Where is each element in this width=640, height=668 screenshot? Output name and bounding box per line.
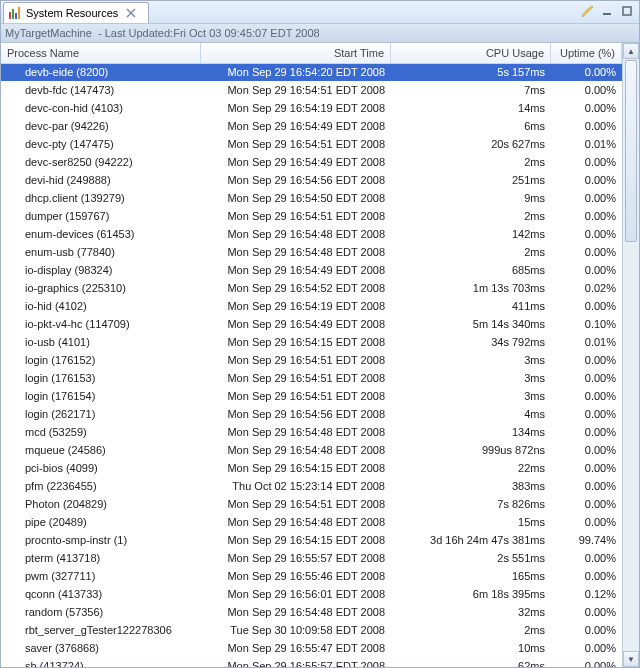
table-row[interactable]: procnto-smp-instr (1)Mon Sep 29 16:54:15… — [1, 531, 622, 549]
system-resources-window: System Resources MyTargetMachine - Last … — [0, 0, 640, 668]
table-row[interactable]: devb-eide (8200)Mon Sep 29 16:54:20 EDT … — [1, 63, 622, 81]
col-start-label: Start Time — [334, 47, 384, 59]
table-row[interactable]: login (176154)Mon Sep 29 16:54:51 EDT 20… — [1, 387, 622, 405]
cell-start-time: Mon Sep 29 16:54:51 EDT 2008 — [201, 390, 391, 402]
table-row[interactable]: devc-con-hid (4103)Mon Sep 29 16:54:19 E… — [1, 99, 622, 117]
col-uptime[interactable]: Uptime (%) — [551, 43, 622, 63]
cell-start-time: Mon Sep 29 16:54:19 EDT 2008 — [201, 102, 391, 114]
table-row[interactable]: pfm (2236455)Thu Oct 02 15:23:14 EDT 200… — [1, 477, 622, 495]
cell-process: pipe (20489) — [1, 516, 201, 528]
cell-uptime: 0.00% — [551, 606, 622, 618]
table-row[interactable]: random (57356)Mon Sep 29 16:54:48 EDT 20… — [1, 603, 622, 621]
table-row[interactable]: io-graphics (225310)Mon Sep 29 16:54:52 … — [1, 279, 622, 297]
cell-start-time: Mon Sep 29 16:54:49 EDT 2008 — [201, 318, 391, 330]
cell-cpu-usage: 2ms — [391, 624, 551, 636]
table-row[interactable]: qconn (413733)Mon Sep 29 16:56:01 EDT 20… — [1, 585, 622, 603]
table-row[interactable]: login (176153)Mon Sep 29 16:54:51 EDT 20… — [1, 369, 622, 387]
cell-uptime: 0.00% — [551, 480, 622, 492]
table-row[interactable]: pwm (327711)Mon Sep 29 16:55:46 EDT 2008… — [1, 567, 622, 585]
table-row[interactable]: io-hid (4102)Mon Sep 29 16:54:19 EDT 200… — [1, 297, 622, 315]
cell-uptime: 0.01% — [551, 138, 622, 150]
cell-uptime: 0.00% — [551, 228, 622, 240]
table-row[interactable]: saver (376868)Mon Sep 29 16:55:47 EDT 20… — [1, 639, 622, 657]
cell-process: procnto-smp-instr (1) — [1, 534, 201, 546]
cell-cpu-usage: 6ms — [391, 120, 551, 132]
cell-process: io-hid (4102) — [1, 300, 201, 312]
table-row[interactable]: mqueue (24586)Mon Sep 29 16:54:48 EDT 20… — [1, 441, 622, 459]
cell-process: login (176152) — [1, 354, 201, 366]
table-row[interactable]: pipe (20489)Mon Sep 29 16:54:48 EDT 2008… — [1, 513, 622, 531]
cell-start-time: Mon Sep 29 16:54:19 EDT 2008 — [201, 300, 391, 312]
cell-uptime: 0.00% — [551, 660, 622, 667]
table-row[interactable]: rbt_server_gTester122278306Tue Sep 30 10… — [1, 621, 622, 639]
table-row[interactable]: Photon (204829)Mon Sep 29 16:54:51 EDT 2… — [1, 495, 622, 513]
table-row[interactable]: devc-pty (147475)Mon Sep 29 16:54:51 EDT… — [1, 135, 622, 153]
process-table[interactable]: Process Name Start Time CPU Usage Uptime… — [1, 43, 622, 667]
table-row[interactable]: pterm (413718)Mon Sep 29 16:55:57 EDT 20… — [1, 549, 622, 567]
cell-uptime: 0.00% — [551, 390, 622, 402]
col-process[interactable]: Process Name — [1, 43, 201, 63]
cell-cpu-usage: 142ms — [391, 228, 551, 240]
view-tab[interactable]: System Resources — [3, 2, 149, 23]
cell-process: devc-par (94226) — [1, 120, 201, 132]
table-row[interactable]: dhcp.client (139279)Mon Sep 29 16:54:50 … — [1, 189, 622, 207]
cell-start-time: Mon Sep 29 16:54:49 EDT 2008 — [201, 120, 391, 132]
scroll-up-button[interactable]: ▲ — [623, 43, 639, 59]
cell-start-time: Mon Sep 29 16:54:48 EDT 2008 — [201, 246, 391, 258]
cell-start-time: Mon Sep 29 16:54:48 EDT 2008 — [201, 516, 391, 528]
table-row[interactable]: devc-par (94226)Mon Sep 29 16:54:49 EDT … — [1, 117, 622, 135]
cell-cpu-usage: 3d 16h 24m 47s 381ms — [391, 534, 551, 546]
cell-start-time: Mon Sep 29 16:54:56 EDT 2008 — [201, 174, 391, 186]
cell-cpu-usage: 134ms — [391, 426, 551, 438]
table-row[interactable]: devi-hid (249888)Mon Sep 29 16:54:56 EDT… — [1, 171, 622, 189]
cell-start-time: Mon Sep 29 16:54:15 EDT 2008 — [201, 462, 391, 474]
cell-cpu-usage: 2ms — [391, 246, 551, 258]
cell-start-time: Mon Sep 29 16:54:15 EDT 2008 — [201, 534, 391, 546]
cell-cpu-usage: 251ms — [391, 174, 551, 186]
scroll-thumb[interactable] — [625, 60, 637, 242]
cell-uptime: 0.12% — [551, 588, 622, 600]
cell-process: pfm (2236455) — [1, 480, 201, 492]
table-row[interactable]: dumper (159767)Mon Sep 29 16:54:51 EDT 2… — [1, 207, 622, 225]
table-row[interactable]: io-display (98324)Mon Sep 29 16:54:49 ED… — [1, 261, 622, 279]
cell-start-time: Mon Sep 29 16:54:51 EDT 2008 — [201, 210, 391, 222]
cell-cpu-usage: 22ms — [391, 462, 551, 474]
view-tab-label: System Resources — [26, 7, 118, 19]
cell-process: io-pkt-v4-hc (114709) — [1, 318, 201, 330]
table-row[interactable]: login (176152)Mon Sep 29 16:54:51 EDT 20… — [1, 351, 622, 369]
scroll-down-button[interactable]: ▼ — [623, 651, 639, 667]
table-row[interactable]: enum-devices (61453)Mon Sep 29 16:54:48 … — [1, 225, 622, 243]
table-row[interactable]: mcd (53259)Mon Sep 29 16:54:48 EDT 20081… — [1, 423, 622, 441]
cell-uptime: 0.00% — [551, 570, 622, 582]
maximize-button[interactable] — [619, 3, 635, 19]
cell-cpu-usage: 3ms — [391, 354, 551, 366]
table-row[interactable]: io-pkt-v4-hc (114709)Mon Sep 29 16:54:49… — [1, 315, 622, 333]
cell-cpu-usage: 6m 18s 395ms — [391, 588, 551, 600]
table-row[interactable]: pci-bios (4099)Mon Sep 29 16:54:15 EDT 2… — [1, 459, 622, 477]
cell-start-time: Mon Sep 29 16:54:49 EDT 2008 — [201, 156, 391, 168]
close-tab-icon[interactable] — [124, 6, 138, 20]
cell-start-time: Mon Sep 29 16:54:15 EDT 2008 — [201, 336, 391, 348]
cell-cpu-usage: 62ms — [391, 660, 551, 667]
cell-process: devc-pty (147475) — [1, 138, 201, 150]
table-row[interactable]: io-usb (4101)Mon Sep 29 16:54:15 EDT 200… — [1, 333, 622, 351]
cell-cpu-usage: 2ms — [391, 156, 551, 168]
table-row[interactable]: devc-ser8250 (94222)Mon Sep 29 16:54:49 … — [1, 153, 622, 171]
minimize-button[interactable] — [599, 3, 615, 19]
table-row[interactable]: sh (413724)Mon Sep 29 16:55:57 EDT 20086… — [1, 657, 622, 667]
col-start-time[interactable]: Start Time — [201, 43, 391, 63]
cell-process: io-usb (4101) — [1, 336, 201, 348]
col-cpu-usage[interactable]: CPU Usage — [391, 43, 551, 63]
cell-start-time: Mon Sep 29 16:54:48 EDT 2008 — [201, 426, 391, 438]
cell-cpu-usage: 165ms — [391, 570, 551, 582]
table-row[interactable]: login (262171)Mon Sep 29 16:54:56 EDT 20… — [1, 405, 622, 423]
cell-uptime: 0.00% — [551, 426, 622, 438]
cell-process: dumper (159767) — [1, 210, 201, 222]
brush-icon[interactable] — [579, 3, 595, 19]
cell-uptime: 0.00% — [551, 210, 622, 222]
table-row[interactable]: devb-fdc (147473)Mon Sep 29 16:54:51 EDT… — [1, 81, 622, 99]
table-header: Process Name Start Time CPU Usage Uptime… — [1, 43, 622, 64]
vertical-scrollbar[interactable]: ▲ ▼ — [622, 43, 639, 667]
table-row[interactable]: enum-usb (77840)Mon Sep 29 16:54:48 EDT … — [1, 243, 622, 261]
statusbar: MyTargetMachine - Last Updated: Fri Oct … — [1, 24, 639, 43]
